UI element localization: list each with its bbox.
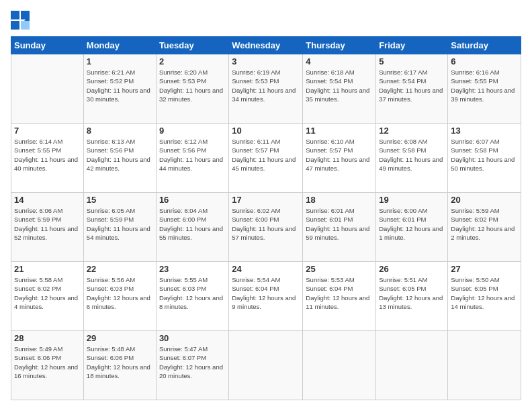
- calendar-day-header: Thursday: [303, 37, 376, 54]
- day-number: 28: [14, 333, 81, 343]
- day-info: Sunrise: 6:17 AM Sunset: 5:54 PM Dayligh…: [379, 68, 445, 103]
- day-number: 10: [232, 126, 300, 136]
- day-number: 17: [232, 195, 300, 205]
- day-info: Sunrise: 6:16 AM Sunset: 5:55 PM Dayligh…: [451, 68, 518, 103]
- day-info: Sunrise: 6:14 AM Sunset: 5:55 PM Dayligh…: [14, 137, 81, 173]
- day-info: Sunrise: 5:47 AM Sunset: 6:07 PM Dayligh…: [159, 345, 226, 380]
- calendar-header-row: SundayMondayTuesdayWednesdayThursdayFrid…: [11, 37, 521, 54]
- calendar-cell: 10Sunrise: 6:11 AM Sunset: 5:57 PM Dayli…: [229, 124, 303, 193]
- calendar-cell: 15Sunrise: 6:05 AM Sunset: 5:59 PM Dayli…: [83, 193, 156, 262]
- day-number: 24: [232, 264, 300, 274]
- calendar-week-row: 21Sunrise: 5:58 AM Sunset: 6:02 PM Dayli…: [11, 262, 521, 331]
- day-number: 26: [379, 264, 445, 274]
- day-number: 7: [14, 126, 81, 136]
- calendar-week-row: 14Sunrise: 6:06 AM Sunset: 5:59 PM Dayli…: [11, 193, 521, 262]
- calendar-cell: 1Sunrise: 6:21 AM Sunset: 5:52 PM Daylig…: [83, 54, 156, 124]
- day-number: 25: [306, 264, 373, 274]
- calendar-cell: 25Sunrise: 5:53 AM Sunset: 6:04 PM Dayli…: [303, 262, 376, 331]
- day-number: 13: [451, 126, 518, 136]
- calendar-cell: 22Sunrise: 5:56 AM Sunset: 6:03 PM Dayli…: [83, 262, 156, 331]
- day-number: 22: [87, 264, 153, 274]
- calendar-cell: 4Sunrise: 6:18 AM Sunset: 5:54 PM Daylig…: [303, 54, 376, 124]
- day-info: Sunrise: 6:11 AM Sunset: 5:57 PM Dayligh…: [232, 137, 300, 173]
- calendar-cell: 13Sunrise: 6:07 AM Sunset: 5:58 PM Dayli…: [448, 124, 521, 193]
- day-info: Sunrise: 6:08 AM Sunset: 5:58 PM Dayligh…: [379, 137, 445, 173]
- day-info: Sunrise: 6:21 AM Sunset: 5:52 PM Dayligh…: [87, 68, 153, 103]
- day-info: Sunrise: 6:12 AM Sunset: 5:56 PM Dayligh…: [159, 137, 226, 173]
- calendar-cell: [376, 331, 448, 400]
- day-info: Sunrise: 6:02 AM Sunset: 6:00 PM Dayligh…: [232, 206, 300, 242]
- day-info: Sunrise: 5:48 AM Sunset: 6:06 PM Dayligh…: [87, 345, 153, 380]
- calendar-cell: 30Sunrise: 5:47 AM Sunset: 6:07 PM Dayli…: [156, 331, 228, 400]
- day-number: 1: [87, 56, 153, 66]
- page: SundayMondayTuesdayWednesdayThursdayFrid…: [0, 0, 532, 411]
- calendar-cell: 14Sunrise: 6:06 AM Sunset: 5:59 PM Dayli…: [11, 193, 84, 262]
- day-number: 16: [159, 195, 226, 205]
- day-number: 2: [159, 56, 226, 66]
- header: [11, 11, 521, 30]
- calendar-cell: 6Sunrise: 6:16 AM Sunset: 5:55 PM Daylig…: [448, 54, 521, 124]
- calendar-table: SundayMondayTuesdayWednesdayThursdayFrid…: [11, 36, 521, 400]
- calendar-cell: 27Sunrise: 5:50 AM Sunset: 6:05 PM Dayli…: [448, 262, 521, 331]
- calendar-cell: 7Sunrise: 6:14 AM Sunset: 5:55 PM Daylig…: [11, 124, 84, 193]
- calendar-cell: 23Sunrise: 5:55 AM Sunset: 6:03 PM Dayli…: [156, 262, 228, 331]
- calendar-cell: 29Sunrise: 5:48 AM Sunset: 6:06 PM Dayli…: [83, 331, 156, 400]
- day-info: Sunrise: 5:54 AM Sunset: 6:04 PM Dayligh…: [232, 275, 300, 311]
- calendar-week-row: 7Sunrise: 6:14 AM Sunset: 5:55 PM Daylig…: [11, 124, 521, 193]
- calendar-cell: [11, 54, 84, 124]
- calendar-week-row: 28Sunrise: 5:49 AM Sunset: 6:06 PM Dayli…: [11, 331, 521, 400]
- day-info: Sunrise: 5:56 AM Sunset: 6:03 PM Dayligh…: [87, 275, 153, 311]
- day-number: 30: [159, 333, 226, 343]
- calendar-day-header: Monday: [83, 37, 156, 54]
- logo: [11, 11, 31, 30]
- day-number: 21: [14, 264, 81, 274]
- day-number: 9: [159, 126, 226, 136]
- day-info: Sunrise: 5:53 AM Sunset: 6:04 PM Dayligh…: [306, 275, 373, 311]
- day-info: Sunrise: 5:50 AM Sunset: 6:05 PM Dayligh…: [451, 275, 518, 311]
- day-number: 14: [14, 195, 81, 205]
- day-info: Sunrise: 5:51 AM Sunset: 6:05 PM Dayligh…: [379, 275, 445, 311]
- day-number: 12: [379, 126, 445, 136]
- calendar-cell: [303, 331, 376, 400]
- calendar-cell: 28Sunrise: 5:49 AM Sunset: 6:06 PM Dayli…: [11, 331, 84, 400]
- day-number: 27: [451, 264, 518, 274]
- day-number: 4: [306, 56, 373, 66]
- calendar-cell: 16Sunrise: 6:04 AM Sunset: 6:00 PM Dayli…: [156, 193, 228, 262]
- day-info: Sunrise: 6:20 AM Sunset: 5:53 PM Dayligh…: [159, 68, 226, 103]
- day-number: 8: [87, 126, 153, 136]
- day-info: Sunrise: 6:10 AM Sunset: 5:57 PM Dayligh…: [306, 137, 373, 173]
- calendar-cell: 5Sunrise: 6:17 AM Sunset: 5:54 PM Daylig…: [376, 54, 448, 124]
- calendar-day-header: Saturday: [448, 37, 521, 54]
- svg-rect-2: [11, 21, 19, 30]
- day-number: 19: [379, 195, 445, 205]
- day-number: 5: [379, 56, 445, 66]
- calendar-cell: [229, 331, 303, 400]
- day-info: Sunrise: 6:18 AM Sunset: 5:54 PM Dayligh…: [306, 68, 373, 103]
- calendar-cell: 24Sunrise: 5:54 AM Sunset: 6:04 PM Dayli…: [229, 262, 303, 331]
- svg-rect-3: [21, 21, 30, 30]
- day-info: Sunrise: 6:01 AM Sunset: 6:01 PM Dayligh…: [306, 206, 373, 242]
- calendar-cell: 21Sunrise: 5:58 AM Sunset: 6:02 PM Dayli…: [11, 262, 84, 331]
- day-info: Sunrise: 5:59 AM Sunset: 6:02 PM Dayligh…: [451, 206, 518, 242]
- day-info: Sunrise: 5:58 AM Sunset: 6:02 PM Dayligh…: [14, 275, 81, 311]
- logo-icon: [11, 11, 30, 30]
- calendar-cell: 12Sunrise: 6:08 AM Sunset: 5:58 PM Dayli…: [376, 124, 448, 193]
- day-number: 15: [87, 195, 153, 205]
- day-info: Sunrise: 6:19 AM Sunset: 5:53 PM Dayligh…: [232, 68, 300, 103]
- calendar-cell: 8Sunrise: 6:13 AM Sunset: 5:56 PM Daylig…: [83, 124, 156, 193]
- svg-rect-0: [11, 11, 19, 19]
- day-number: 29: [87, 333, 153, 343]
- day-info: Sunrise: 6:13 AM Sunset: 5:56 PM Dayligh…: [87, 137, 153, 173]
- day-number: 20: [451, 195, 518, 205]
- calendar-cell: 17Sunrise: 6:02 AM Sunset: 6:00 PM Dayli…: [229, 193, 303, 262]
- calendar-day-header: Sunday: [11, 37, 84, 54]
- calendar-cell: 2Sunrise: 6:20 AM Sunset: 5:53 PM Daylig…: [156, 54, 228, 124]
- calendar-cell: 18Sunrise: 6:01 AM Sunset: 6:01 PM Dayli…: [303, 193, 376, 262]
- calendar-day-header: Friday: [376, 37, 448, 54]
- calendar-cell: 19Sunrise: 6:00 AM Sunset: 6:01 PM Dayli…: [376, 193, 448, 262]
- day-info: Sunrise: 6:06 AM Sunset: 5:59 PM Dayligh…: [14, 206, 81, 242]
- calendar-cell: [448, 331, 521, 400]
- calendar-cell: 26Sunrise: 5:51 AM Sunset: 6:05 PM Dayli…: [376, 262, 448, 331]
- day-number: 6: [451, 56, 518, 66]
- day-info: Sunrise: 6:04 AM Sunset: 6:00 PM Dayligh…: [159, 206, 226, 242]
